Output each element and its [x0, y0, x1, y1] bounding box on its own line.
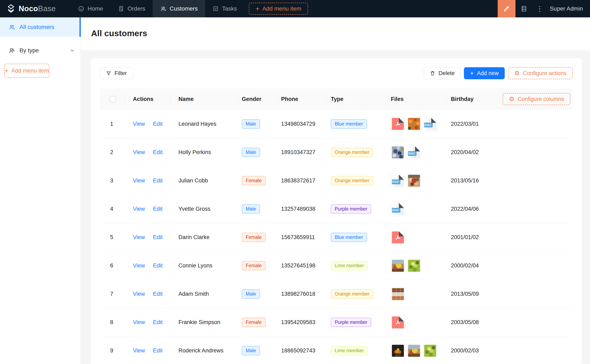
view-link[interactable]: View	[133, 177, 145, 184]
nocobase-logo[interactable]: NocoBase	[0, 4, 61, 13]
image-food-collage-thumbnail[interactable]	[391, 287, 405, 301]
nav-item-orders[interactable]: Orders	[111, 0, 153, 17]
configure-columns-button[interactable]: ⚙ Configure columns	[503, 93, 570, 105]
edit-link[interactable]: Edit	[153, 234, 163, 240]
phone-value: 13898276018	[278, 280, 327, 308]
phone-value: 13498034729	[278, 110, 327, 138]
birthday-value: 2013/05/16	[448, 167, 499, 195]
sidebar-item-all-customers[interactable]: All customers	[0, 17, 80, 37]
filter-button[interactable]: Filter	[100, 67, 133, 79]
action-divider	[149, 263, 149, 268]
image-dark-fruit-bowl-thumbnail[interactable]	[391, 344, 405, 358]
image-green-grapes-thumbnail[interactable]	[407, 259, 421, 273]
ui-editor-button[interactable]	[498, 0, 516, 17]
view-link[interactable]: View	[133, 291, 145, 297]
gender-cell: Female	[239, 223, 278, 252]
nav-item-label: Tasks	[222, 5, 237, 12]
row-index: 5	[100, 223, 125, 252]
database-button[interactable]	[516, 0, 532, 17]
type-badge: Orange member	[331, 148, 373, 157]
app-window: NocoBase HomeOrdersCustomersTasks + Add …	[0, 0, 590, 364]
nav-item-label: Orders	[127, 5, 145, 12]
delete-label: Delete	[438, 70, 455, 77]
edit-link[interactable]: Edit	[153, 206, 163, 212]
pdf-file-thumbnail[interactable]	[391, 117, 405, 131]
view-link[interactable]: View	[133, 206, 145, 212]
image-green-grapes-icon	[408, 260, 420, 272]
type-cell: Blue member	[327, 223, 388, 252]
image-food-collage-icon	[392, 288, 404, 300]
configure-actions-label: Configure actions	[523, 70, 566, 77]
action-divider	[149, 121, 149, 127]
column-header-type: Type	[327, 88, 388, 110]
gear-icon: ⚙	[514, 70, 520, 76]
nav-menu: HomeOrdersCustomersTasks	[71, 0, 244, 17]
row-index: 7	[100, 280, 125, 308]
customer-name: Julian Cobb	[170, 167, 239, 195]
user-menu[interactable]: Super Admin	[547, 5, 590, 12]
view-link[interactable]: View	[133, 262, 145, 269]
edit-link[interactable]: Edit	[153, 319, 163, 325]
more-menu-button[interactable]: ⋮	[532, 5, 547, 13]
view-link[interactable]: View	[133, 149, 145, 155]
image-carrots-thumbnail[interactable]	[407, 117, 421, 131]
select-all-checkbox[interactable]	[110, 96, 116, 102]
edit-link[interactable]: Edit	[153, 347, 163, 354]
image-carrots-icon	[408, 118, 420, 130]
doc-file-thumbnail[interactable]: DOC	[391, 174, 405, 188]
table-row: 3 ViewEdit Julian Cobb Female 1863837261…	[100, 167, 573, 195]
column-header-birthday: Birthday	[448, 88, 499, 110]
check-square-icon	[212, 6, 219, 12]
image-green-grapes-thumbnail[interactable]	[423, 344, 437, 358]
image-red-dish-thumbnail[interactable]	[407, 174, 421, 188]
edit-link[interactable]: Edit	[153, 291, 163, 297]
view-link[interactable]: View	[133, 319, 145, 325]
edit-link[interactable]: Edit	[153, 149, 163, 155]
team-icon	[9, 24, 15, 30]
pdf-file-thumbnail[interactable]	[391, 230, 405, 244]
nav-item-tasks[interactable]: Tasks	[205, 0, 245, 17]
actions-cell: ViewEdit	[125, 308, 170, 337]
action-divider	[149, 234, 149, 240]
type-badge: Lime member	[331, 261, 368, 270]
column-header-name: Name	[170, 88, 239, 110]
doc-file-thumbnail[interactable]: DOC	[423, 117, 437, 131]
pdf-file-thumbnail[interactable]	[391, 315, 405, 330]
view-link[interactable]: View	[133, 347, 145, 354]
doc-label: DOC	[424, 123, 433, 127]
sidebar-item-by-type[interactable]: By type	[0, 44, 80, 57]
image-fruit-still-life-icon	[408, 345, 420, 357]
column-header-files: Files	[388, 88, 448, 110]
page-title: All customers	[91, 29, 578, 38]
view-link[interactable]: View	[133, 121, 145, 127]
file-thumbnails	[391, 287, 448, 301]
gender-cell: Female	[239, 252, 278, 280]
add-new-button[interactable]: + Add new	[464, 67, 505, 79]
delete-button[interactable]: Delete	[424, 67, 461, 79]
customer-name: Adam Smith	[170, 280, 239, 308]
view-link[interactable]: View	[133, 234, 145, 240]
nav-item-home[interactable]: Home	[71, 0, 111, 17]
customer-name: Frankie Simpson	[170, 308, 239, 337]
image-grapes-dark-thumbnail[interactable]	[391, 145, 405, 159]
table-row: 4 ViewEdit Yvette Gross Male 13257489038…	[100, 195, 573, 223]
edit-link[interactable]: Edit	[153, 262, 163, 269]
table-card: Filter Delete + Add new ⚙	[91, 58, 582, 364]
gender-badge: Male	[242, 204, 260, 214]
sidebar-add-menu-item-button[interactable]: + Add menu item	[4, 64, 49, 78]
nav-add-menu-item-button[interactable]: + Add menu item	[249, 3, 308, 15]
doc-file-thumbnail[interactable]: DOC	[407, 145, 421, 159]
doc-file-thumbnail[interactable]: DOC	[391, 202, 405, 216]
edit-link[interactable]: Edit	[153, 177, 163, 184]
type-cell: Orange member	[327, 138, 388, 167]
edit-link[interactable]: Edit	[153, 121, 163, 127]
table-row: 7 ViewEdit Adam Smith Male 13898276018 O…	[100, 280, 573, 308]
image-fruit-still-life-thumbnail[interactable]	[407, 344, 421, 358]
birthday-value: 2000/02/03	[448, 337, 499, 364]
spacer-cell	[499, 195, 573, 223]
actions-cell: ViewEdit	[125, 337, 170, 364]
image-fruit-still-life-thumbnail[interactable]	[391, 259, 405, 273]
spacer-cell	[499, 223, 573, 252]
nav-item-customers[interactable]: Customers	[153, 0, 205, 17]
configure-actions-button[interactable]: ⚙ Configure actions	[508, 67, 573, 79]
